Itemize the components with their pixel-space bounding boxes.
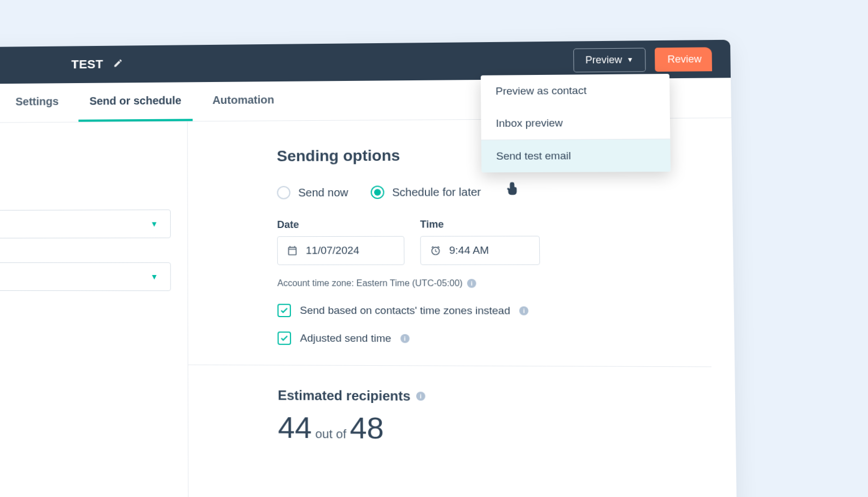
- sidebar-dropdown-1[interactable]: ▼: [0, 209, 171, 238]
- caret-down-icon: ▼: [150, 272, 158, 281]
- estimated-recipients-title: Estimated recipients i: [278, 388, 712, 406]
- recipients-total: 48: [349, 411, 384, 445]
- radio-schedule-later-label: Schedule for later: [392, 185, 481, 198]
- section-divider: [188, 365, 712, 367]
- tab-settings[interactable]: Settings: [0, 83, 74, 122]
- checkbox-adjusted-send-row: Adjusted send time i: [277, 331, 711, 346]
- date-input[interactable]: 11/07/2024: [277, 236, 405, 265]
- time-label: Time: [420, 219, 540, 231]
- email-title: TEST: [71, 57, 103, 72]
- time-value: 9:44 AM: [449, 244, 489, 257]
- preview-button[interactable]: Preview ▼: [573, 48, 645, 72]
- email-editor-window: TEST Preview ▼ Review Preview as contact…: [0, 40, 737, 497]
- review-button-label: Review: [667, 53, 702, 65]
- preview-button-label: Preview: [585, 54, 622, 66]
- send-timing-radio-group: Send now Schedule for later: [277, 184, 709, 199]
- radio-send-now[interactable]: Send now: [277, 186, 348, 200]
- pencil-icon[interactable]: [113, 58, 123, 70]
- preview-dropdown-menu: Preview as contact Inbox preview Send te…: [481, 74, 671, 172]
- date-field-group: Date 11/07/2024: [277, 219, 405, 265]
- review-button[interactable]: Review: [655, 47, 712, 72]
- menu-item-send-test-email[interactable]: Send test email: [481, 139, 671, 173]
- timezone-text: Account time zone: Eastern Time (UTC-05:…: [277, 278, 463, 288]
- titlebar: TEST Preview ▼ Review Preview as contact…: [0, 40, 731, 84]
- radio-schedule-later[interactable]: Schedule for later: [371, 185, 481, 199]
- radio-send-now-label: Send now: [298, 186, 348, 199]
- tab-send-or-schedule[interactable]: Send or schedule: [74, 82, 197, 122]
- body-area: ▼ ▼ Sending options Send now Schedule fo…: [0, 118, 737, 497]
- time-field-group: Time 9:44 AM: [420, 219, 540, 265]
- info-icon[interactable]: i: [467, 279, 476, 288]
- tab-automation[interactable]: Automation: [197, 81, 290, 121]
- datetime-row: Date 11/07/2024 Time: [277, 218, 710, 265]
- recipients-out-of: out of: [315, 427, 346, 441]
- estimated-recipients-label: Estimated recipients: [278, 388, 411, 404]
- chevron-down-icon: ▼: [627, 56, 634, 63]
- recipients-count-line: 44 out of 48: [278, 410, 713, 448]
- checkbox-contacts-timezone-row: Send based on contacts' time zones inste…: [277, 304, 710, 318]
- checkbox-contacts-timezone[interactable]: [277, 304, 291, 317]
- checkbox-contacts-timezone-label: Send based on contacts' time zones inste…: [300, 305, 510, 317]
- checkbox-adjusted-send-label: Adjusted send time: [300, 332, 392, 345]
- sidebar-dropdown-2[interactable]: ▼: [0, 262, 171, 291]
- menu-item-preview-as-contact[interactable]: Preview as contact: [481, 74, 670, 108]
- menu-item-inbox-preview[interactable]: Inbox preview: [481, 106, 670, 139]
- info-icon[interactable]: i: [416, 391, 426, 400]
- radio-circle-checked-icon: [371, 186, 385, 199]
- main-panel: Sending options Send now Schedule for la…: [187, 118, 737, 497]
- info-icon[interactable]: i: [520, 306, 529, 315]
- checkbox-adjusted-send[interactable]: [277, 331, 291, 344]
- calendar-icon: [287, 245, 298, 256]
- recipients-count: 44: [278, 411, 312, 445]
- timezone-line: Account time zone: Eastern Time (UTC-05:…: [277, 278, 710, 289]
- date-label: Date: [277, 219, 405, 231]
- radio-circle-icon: [277, 186, 290, 199]
- date-value: 11/07/2024: [306, 244, 359, 256]
- time-input[interactable]: 9:44 AM: [420, 236, 540, 265]
- left-sidebar: ▼ ▼: [0, 121, 188, 497]
- info-icon[interactable]: i: [400, 334, 410, 343]
- page-frame: TEST Preview ▼ Review Preview as contact…: [0, 0, 868, 497]
- caret-down-icon: ▼: [150, 219, 158, 228]
- alarm-clock-icon: [430, 245, 441, 256]
